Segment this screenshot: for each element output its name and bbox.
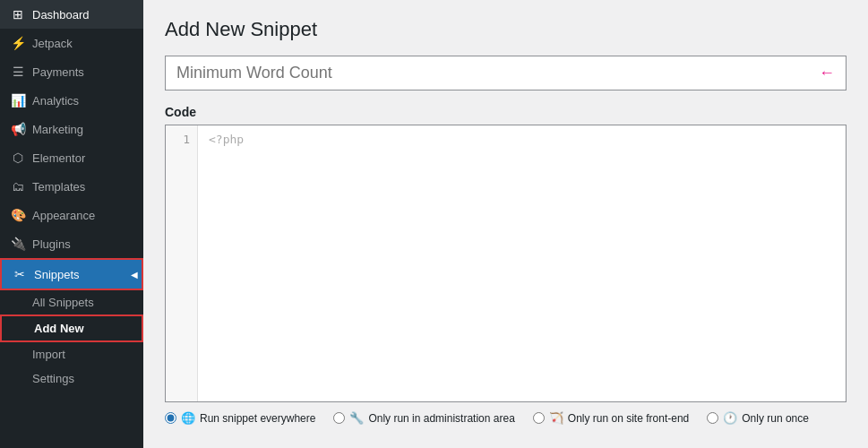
sidebar-subitem-all-snippets[interactable]: All Snippets <box>0 290 143 314</box>
sidebar-item-label: Templates <box>32 180 85 194</box>
run-radio-everywhere[interactable] <box>165 412 176 424</box>
marketing-icon: 📢 <box>11 122 25 136</box>
sidebar-subitem-import[interactable]: Import <box>0 342 143 366</box>
elementor-icon: ⬡ <box>11 151 25 165</box>
sidebar: ⊞ Dashboard ⚡ Jetpack ☰ Payments 📊 Analy… <box>0 0 143 448</box>
run-option-everywhere[interactable]: 🌐 Run snippet everywhere <box>165 411 315 425</box>
snippet-name-input[interactable] <box>176 64 810 82</box>
run-radio-frontend[interactable] <box>533 412 545 424</box>
line-numbers: 1 <box>166 125 198 401</box>
sidebar-item-label: Appearance <box>32 209 95 222</box>
run-options: 🌐 Run snippet everywhere 🔧 Only run in a… <box>165 402 847 425</box>
code-area[interactable]: <?php <box>198 125 846 401</box>
sidebar-item-snippets[interactable]: ✂ Snippets <box>0 258 143 290</box>
clock-icon: 🕐 <box>723 411 737 425</box>
sidebar-item-label: Analytics <box>32 94 79 108</box>
plugins-icon: 🔌 <box>11 237 25 251</box>
run-radio-once[interactable] <box>707 412 718 424</box>
dashboard-icon: ⊞ <box>11 7 25 22</box>
run-option-once[interactable]: 🕐 Only run once <box>707 411 809 425</box>
globe-icon: 🌐 <box>181 411 195 425</box>
sidebar-item-templates[interactable]: 🗂 Templates <box>0 172 143 201</box>
frontend-icon: 🏹 <box>549 411 563 425</box>
sidebar-subitem-settings[interactable]: Settings <box>0 366 143 391</box>
main-content: Add New Snippet ← Code 1 <?php 🌐 Run sni… <box>143 0 868 448</box>
jetpack-icon: ⚡ <box>11 36 25 50</box>
templates-icon: 🗂 <box>11 179 25 194</box>
content-area: Add New Snippet ← Code 1 <?php 🌐 Run sni… <box>143 0 868 448</box>
sidebar-item-label: Plugins <box>32 237 71 251</box>
sidebar-item-label: Dashboard <box>32 8 90 22</box>
run-option-frontend[interactable]: 🏹 Only run on site front-end <box>533 411 689 425</box>
sidebar-item-appearance[interactable]: 🎨 Appearance <box>0 201 143 229</box>
code-editor[interactable]: 1 <?php <box>165 125 847 402</box>
sidebar-item-label: Marketing <box>32 123 83 136</box>
sidebar-item-label: Payments <box>32 65 84 79</box>
payments-icon: ☰ <box>11 65 25 79</box>
snippet-name-wrapper: ← <box>165 56 847 90</box>
code-label: Code <box>165 105 847 119</box>
sidebar-item-label: Snippets <box>34 268 80 281</box>
sidebar-subitem-add-new[interactable]: Add New <box>0 314 143 342</box>
run-option-admin[interactable]: 🔧 Only run in administration area <box>333 411 514 425</box>
php-tag: <?php <box>209 133 244 146</box>
page-title: Add New Snippet <box>165 18 847 41</box>
sidebar-item-elementor[interactable]: ⬡ Elementor <box>0 143 143 172</box>
wrench-icon: 🔧 <box>349 411 364 425</box>
sidebar-item-plugins[interactable]: 🔌 Plugins <box>0 229 143 258</box>
sidebar-item-jetpack[interactable]: ⚡ Jetpack <box>0 29 143 57</box>
sidebar-item-label: Jetpack <box>32 37 73 50</box>
appearance-icon: 🎨 <box>11 208 25 222</box>
sidebar-item-label: Elementor <box>32 151 85 165</box>
snippets-icon: ✂ <box>13 267 27 281</box>
run-radio-admin[interactable] <box>333 412 345 424</box>
sidebar-item-marketing[interactable]: 📢 Marketing <box>0 115 143 143</box>
analytics-icon: 📊 <box>11 93 25 108</box>
arrow-icon: ← <box>819 64 835 82</box>
sidebar-item-analytics[interactable]: 📊 Analytics <box>0 86 143 115</box>
sidebar-item-payments[interactable]: ☰ Payments <box>0 57 143 86</box>
sidebar-item-dashboard[interactable]: ⊞ Dashboard <box>0 0 143 29</box>
line-number-1: 1 <box>173 133 190 146</box>
